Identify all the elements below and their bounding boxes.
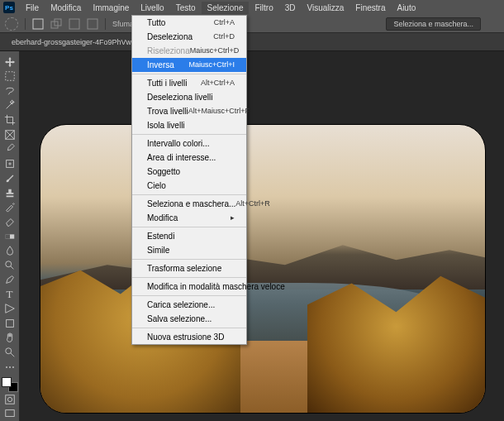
screenmode-icon[interactable] [2,407,18,422]
frame-tool-icon[interactable] [2,127,18,142]
menu-item[interactable]: InversaMaiusc+Ctrl+I [132,58,246,72]
menu-item-label: Simile [147,246,169,255]
menu-file[interactable]: File [20,2,45,14]
menu-item[interactable]: Estendi [132,229,246,243]
dodge-tool-icon[interactable] [2,258,18,273]
menu-item[interactable]: TuttoCtrl+A [132,16,246,30]
selection-mode-intersect-icon[interactable] [87,18,98,30]
menu-item-shortcut: Maiusc+Ctrl+D [190,46,240,55]
lasso-tool-icon[interactable] [2,84,18,98]
selezione-dropdown: TuttoCtrl+ADeselezionaCtrl+DRiselezionaM… [131,15,247,345]
menu-item[interactable]: Carica selezione... [132,298,246,312]
menu-item-shortcut: Maiusc+Ctrl+I [188,60,235,69]
marquee-tool-icon[interactable] [2,69,18,84]
menu-item-label: Salva selezione... [147,314,212,323]
menu-item[interactable]: Modifica in modalità maschera veloce [132,280,246,294]
options-bar: Sfuma: Seleziona e maschera... [0,15,504,33]
svg-point-10 [5,261,11,266]
svg-rect-0 [33,19,43,29]
eraser-tool-icon[interactable] [2,214,18,229]
menu-item[interactable]: Isola livelli [132,118,246,132]
menu-item[interactable]: Simile [132,243,246,257]
menu-item-label: Deseleziona livelli [147,93,212,102]
menu-item-label: Estendi [147,232,174,241]
svg-rect-15 [5,410,14,417]
menu-item[interactable]: Trasforma selezione [132,261,246,275]
menubar: Ps File Modifica Immagine Livello Testo … [0,0,504,15]
zoom-tool-icon[interactable] [2,345,18,360]
menu-item[interactable]: Trova livelliAlt+Maiusc+Ctrl+F [132,104,246,118]
svg-rect-11 [6,320,13,328]
menu-3d[interactable]: 3D [279,2,302,14]
app-logo: Ps [3,2,15,13]
menu-finestra[interactable]: Finestra [349,2,391,14]
workspace: T ⋯ [0,51,504,421]
separator [105,18,106,30]
brush-tool-icon[interactable] [2,171,18,186]
menu-visualizza[interactable]: Visualizza [302,2,350,14]
select-and-mask-button[interactable]: Seleziona e maschera... [386,17,481,31]
menu-item-label: Deseleziona [147,32,193,41]
menu-item[interactable]: Intervallo colori... [132,136,246,151]
menu-testo[interactable]: Testo [170,2,202,14]
path-tool-icon[interactable] [2,302,18,317]
type-tool-icon[interactable]: T [2,287,18,302]
menu-item-label: Tutto [147,18,165,27]
menu-item-shortcut: Alt+Ctrl+A [201,79,235,88]
foreground-color-swatch[interactable] [2,377,12,387]
menu-modifica[interactable]: Modifica [45,2,87,14]
move-tool-icon[interactable] [2,55,18,69]
menu-item[interactable]: Salva selezione... [132,312,246,326]
pen-tool-icon[interactable] [2,272,18,287]
menu-item-label: Nuova estrusione 3D [147,332,224,342]
tools-panel: T ⋯ [0,51,20,421]
patch-tool-icon[interactable] [2,156,18,171]
menu-item[interactable]: Tutti i livelliAlt+Ctrl+A [132,76,246,90]
menu-item[interactable]: Area di interesse... [132,151,246,165]
menu-item-label: Trova livelli [147,107,188,116]
menu-item[interactable]: RiselezionaMaiusc+Ctrl+D [132,44,246,58]
crop-tool-icon[interactable] [2,112,18,127]
menu-item-label: Inversa [147,60,174,69]
stamp-tool-icon[interactable] [2,185,18,200]
menu-item[interactable]: Deseleziona livelli [132,90,246,104]
menu-livello[interactable]: Livello [135,2,169,14]
menu-immagine[interactable]: Immagine [87,2,135,14]
menu-filtro[interactable]: Filtro [249,2,278,14]
menu-item[interactable]: Modifica▸ [132,211,246,225]
selection-mode-add-icon[interactable] [50,18,62,30]
menu-item[interactable]: DeselezionaCtrl+D [132,30,246,44]
active-tool-icon[interactable] [5,17,18,31]
menu-item[interactable]: Seleziona e maschera...Alt+Ctrl+R [132,197,246,211]
document-tab-label: eberhard-grossgasteiger-4Fo9PhVwz7M [12,38,145,46]
canvas-area[interactable] [20,51,504,421]
svg-point-14 [7,397,12,401]
menu-item-shortcut: Alt+Ctrl+R [235,199,270,208]
wand-tool-icon[interactable] [2,98,18,113]
menu-item-label: Isola livelli [147,121,185,130]
history-brush-tool-icon[interactable] [2,200,18,215]
gradient-tool-icon[interactable] [2,229,18,244]
hand-tool-icon[interactable] [2,331,18,346]
menu-aiuto[interactable]: Aiuto [391,2,421,14]
menu-item[interactable]: Cielo [132,179,246,193]
menu-item[interactable]: Nuova estrusione 3D [132,330,246,344]
menu-item-label: Riseleziona [147,46,190,55]
quickmask-icon[interactable] [2,392,18,407]
menu-item-label: Cielo [147,181,166,190]
selection-mode-new-icon[interactable] [32,18,44,30]
shape-tool-icon[interactable] [2,316,18,331]
menu-item-label: Area di interesse... [147,153,216,162]
menu-item-label: Intervallo colori... [147,139,210,148]
menu-selezione[interactable]: Selezione [202,2,250,14]
blur-tool-icon[interactable] [2,243,18,258]
selection-mode-subtract-icon[interactable] [69,18,80,30]
document-tabbar: eberhard-grossgasteiger-4Fo9PhVwz7M × [0,33,504,51]
menu-item[interactable]: Soggetto [132,165,246,179]
more-tools-icon[interactable]: ⋯ [2,360,18,375]
svg-point-12 [5,348,11,354]
menu-item-label: Soggetto [147,167,180,176]
document-image[interactable] [40,124,486,414]
color-swatches[interactable] [2,377,18,392]
eyedropper-tool-icon[interactable] [2,141,18,156]
